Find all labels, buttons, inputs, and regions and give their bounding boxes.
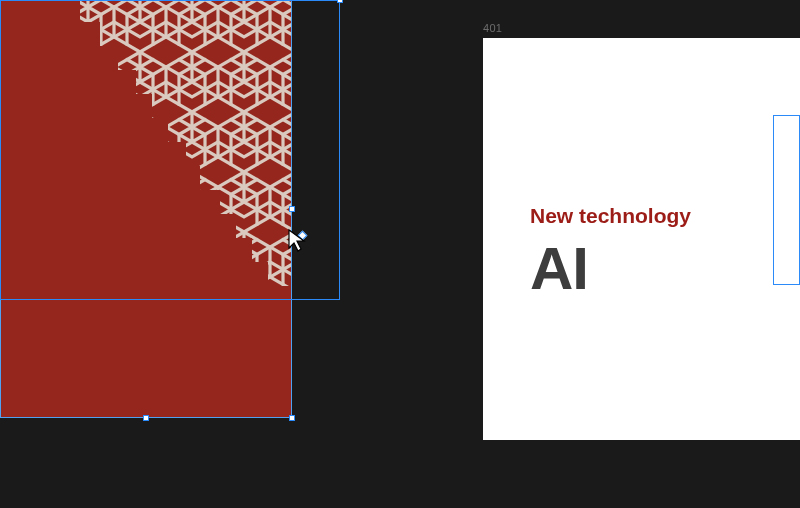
artboard-label[interactable]: 401	[483, 22, 502, 34]
svg-rect-0	[0, 0, 292, 300]
hex-cube-pattern[interactable]	[0, 0, 292, 418]
artboard-pattern[interactable]	[0, 0, 292, 418]
design-canvas[interactable]: 401 New technology AI	[0, 0, 800, 508]
anchor-point-icon[interactable]	[298, 231, 308, 241]
selection-handle[interactable]	[337, 0, 343, 3]
offscreen-rect-selection[interactable]	[773, 115, 800, 285]
title-text[interactable]: AI	[530, 234, 588, 303]
subtitle-text[interactable]: New technology	[530, 204, 691, 228]
artboard-text-card[interactable]: New technology AI	[483, 38, 800, 440]
